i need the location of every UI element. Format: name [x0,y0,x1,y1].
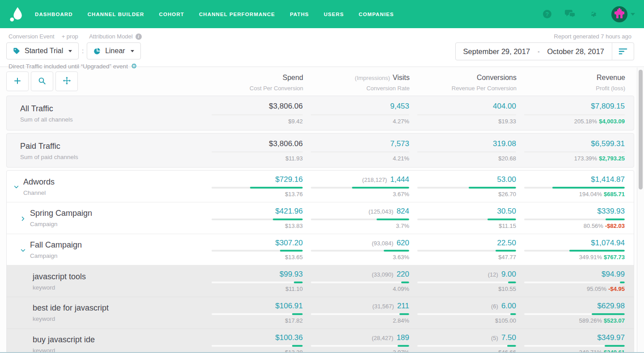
revenue-value[interactable]: $6,599.31 [591,139,625,148]
visits-value[interactable]: 1,444 [390,175,409,184]
table-row[interactable]: Spring CampaignCampaign$421.96$13.83(125… [7,202,634,234]
move-button[interactable] [55,71,78,91]
conversions-value[interactable]: 30.50 [497,207,516,215]
visits-value[interactable]: 220 [397,270,409,278]
help-icon[interactable]: ? [543,10,551,18]
conversions-value[interactable]: 6.00 [501,302,516,310]
revenue-value[interactable]: $339.93 [597,207,625,215]
spend-value[interactable]: $307.20 [275,239,303,247]
visits-prefix: (218,127) [362,176,387,183]
date-range-picker[interactable]: September 29, 2017 - October 28, 2017 [455,42,634,60]
revenue-value[interactable]: $7,809.15 [591,102,625,110]
chat-icon[interactable] [565,10,576,19]
user-menu[interactable] [611,6,635,22]
visits-value-line: (31,567)211 [303,302,409,311]
visits-value[interactable]: 9,453 [390,102,409,110]
chevron-right-icon[interactable] [20,215,26,221]
spend-value[interactable]: $99.93 [280,270,303,278]
revenue-cell: $6,599.31173.39%$2,793.25 [516,140,625,162]
nav-item-dashboard[interactable]: DASHBOARD [35,12,73,17]
add-prop-link[interactable]: + prop [62,33,78,40]
spend-value[interactable]: $729.16 [275,175,303,184]
column-header-conversions[interactable]: ConversionsRevenue Per Conversion [410,71,517,92]
attribution-model-dropdown[interactable]: Linear [87,42,140,59]
spend-bar [212,345,303,347]
table-row[interactable]: best ide for javascriptkeyword$106.91$17… [7,297,634,328]
roi-percent: 173.39% [574,155,597,162]
date-end[interactable]: October 28, 2017 [539,47,612,56]
direct-traffic-note: Direct Traffic included until “Upgraded”… [8,63,142,70]
add-button[interactable] [6,71,29,91]
table-row[interactable]: javascript toolskeyword$99.93$11.10(33,0… [7,265,634,297]
column-header-spend[interactable]: SpendCost Per Conversion [204,71,303,92]
nav-item-companies[interactable]: COMPANIES [359,12,394,17]
visits-value[interactable]: 7,573 [390,139,409,148]
search-button[interactable] [31,71,53,91]
spend-value[interactable]: $100.36 [275,333,303,342]
move-icon [63,76,71,86]
spend-sub-value: $13.65 [203,254,303,261]
revenue-value[interactable]: $1,414.87 [591,175,625,184]
conversions-value[interactable]: 319.08 [493,139,516,148]
table-row[interactable]: AdwordsChannel$729.16$13.76(218,127)1,44… [7,171,634,202]
visits-prefix: (28,427) [372,335,393,341]
nav-item-cohort[interactable]: COHORT [159,12,184,17]
conversions-bar-fill [487,219,516,220]
spend-value[interactable]: $3,806.06 [269,102,303,110]
conversions-value[interactable]: 7.50 [501,333,516,342]
scrollbar-track[interactable] [637,67,644,353]
revenue-bar-fill [606,219,625,220]
spend-value[interactable]: $3,806.06 [269,139,303,148]
conversions-bar [417,345,516,347]
column-title: Spend [204,74,303,82]
conversions-bar [417,187,516,189]
filter-icon[interactable] [612,43,634,60]
date-start[interactable]: September 29, 2017 [456,47,538,56]
scrollbar-thumb[interactable] [639,70,643,189]
conversions-value[interactable]: 22.50 [497,239,516,247]
spend-value-line: $3,806.06 [203,102,303,111]
spend-sub-value: $11.10 [203,286,303,292]
spend-value[interactable]: $106.91 [275,302,303,310]
revenue-value[interactable]: $349.97 [597,333,625,342]
settings-gear-icon[interactable]: ⚙ [131,63,137,70]
conversions-value[interactable]: 404.00 [493,102,516,110]
column-header-visits[interactable]: (Impressions)VisitsConversion Rate [303,71,410,92]
visits-value[interactable]: 620 [397,239,409,247]
nav-item-channel-performance[interactable]: CHANNEL PERFORMANCE [199,12,275,17]
conversions-sub-value: $26.70 [409,191,516,198]
spend-value-line: $307.20 [203,239,303,248]
row-name-block: AdwordsChannel [23,177,55,196]
info-icon[interactable]: i [136,34,142,40]
conversions-value[interactable]: 53.00 [497,175,516,184]
attribution-logo[interactable] [9,7,23,22]
table-row[interactable]: All TrafficSum of all channels$3,806.06$… [7,96,634,130]
column-header-revenue[interactable]: RevenueProfit (loss) [517,71,625,92]
nav-item-users[interactable]: USERS [324,12,344,17]
nav-item-paths[interactable]: PATHS [290,12,309,17]
nav-item-channel-builder[interactable]: CHANNEL BUILDER [88,12,144,17]
revenue-value[interactable]: $94.99 [602,270,625,278]
visits-value[interactable]: 189 [397,333,409,342]
direct-traffic-note-text: Direct Traffic included until “Upgraded”… [8,63,128,70]
spend-value[interactable]: $421.96 [275,207,303,215]
row-title: Paid Traffic [20,142,78,151]
chevron-down-icon[interactable] [631,13,635,16]
conversion-event-dropdown[interactable]: Started Trial [6,42,79,59]
chevron-down-icon[interactable] [20,247,26,253]
spend-bar [212,151,303,152]
conversions-value[interactable]: 9.00 [501,270,516,278]
spend-sub-value: $11.93 [203,155,303,162]
visits-value[interactable]: 211 [397,302,409,310]
visits-bar [311,219,409,220]
gear-icon[interactable] [589,10,598,19]
chevron-down-icon[interactable] [13,184,19,189]
table-row[interactable]: Fall CampaignCampaign$307.20$13.65(93,08… [7,234,634,265]
revenue-value[interactable]: $1,074.94 [591,239,625,247]
conversions-cell: 30.50$11.15 [409,207,516,229]
visits-value[interactable]: 824 [397,207,409,215]
table-row[interactable]: Paid TrafficSum of paid channels$3,806.0… [7,134,634,168]
avatar[interactable] [611,6,627,22]
table-row[interactable]: buy javascript idekeyword$100.36$13.38(2… [7,328,634,353]
revenue-value[interactable]: $629.98 [597,302,625,310]
